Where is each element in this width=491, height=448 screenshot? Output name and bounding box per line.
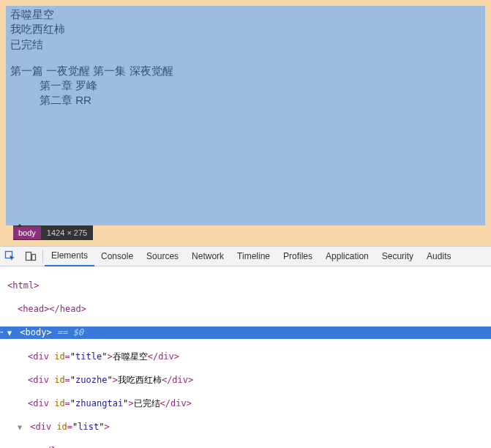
toolbar-separator (42, 250, 43, 263)
tab-console[interactable]: Console (94, 246, 140, 266)
dom-node-div-zhuangtai[interactable]: <div id="zhuangtai">已完结</div> (0, 397, 491, 409)
tooltip-dimensions: 1424 × 275 (41, 226, 93, 239)
dom-node-div-list-open[interactable]: ▼ <div id="list"> (0, 421, 491, 433)
preview-section-heading: 第一篇 一夜觉醒 第一集 深夜觉醒 (10, 64, 481, 78)
dom-node-dl-open[interactable]: ▼ <dl> (0, 445, 491, 448)
elements-dom-tree[interactable]: <html> <head></head> ▼ <body> == $0 <div… (0, 266, 491, 448)
inspect-element-icon[interactable] (0, 246, 20, 266)
dom-node-div-zuozhe[interactable]: <div id="zuozhe">我吃西红柿</div> (0, 374, 491, 386)
tab-elements[interactable]: Elements (45, 246, 94, 266)
preview-title: 吞噬星空 (10, 7, 481, 22)
expand-arrow-icon[interactable]: ▼ (18, 422, 25, 433)
tab-network[interactable]: Network (185, 246, 230, 266)
tab-audits[interactable]: Audits (420, 246, 457, 266)
page-preview-wrapper: 吞噬星空 我吃西红柿 已完结 第一篇 一夜觉醒 第一集 深夜觉醒 第一章 罗峰 … (0, 0, 491, 246)
dom-node-div-title[interactable]: <div id="title">吞噬星空</div> (0, 351, 491, 362)
element-size-tooltip: body 1424 × 275 (6, 225, 485, 246)
tab-sources[interactable]: Sources (140, 246, 185, 266)
svg-rect-2 (32, 255, 36, 261)
preview-chapter-1: 第一章 罗峰 (10, 78, 481, 93)
tab-timeline[interactable]: Timeline (230, 246, 277, 266)
preview-status: 已完结 (10, 37, 481, 52)
tooltip-tag-name: body (13, 226, 41, 239)
tab-application[interactable]: Application (319, 246, 375, 266)
page-preview-body[interactable]: 吞噬星空 我吃西红柿 已完结 第一篇 一夜觉醒 第一集 深夜觉醒 第一章 罗峰 … (6, 6, 485, 225)
dom-node-html-open[interactable]: <html> (0, 280, 491, 291)
dom-node-body-open[interactable]: ▼ <body> == $0 (0, 326, 491, 339)
devtools-toolbar: Elements Console Sources Network Timelin… (0, 246, 491, 266)
tab-security[interactable]: Security (375, 246, 420, 266)
preview-chapter-2: 第二章 RR (10, 93, 481, 108)
tab-profiles[interactable]: Profiles (277, 246, 319, 266)
device-toolbar-icon[interactable] (20, 246, 41, 266)
svg-rect-1 (26, 253, 31, 261)
expand-arrow-icon[interactable]: ▼ (7, 327, 15, 339)
preview-author: 我吃西红柿 (10, 22, 481, 37)
dom-node-head[interactable]: <head></head> (0, 303, 491, 315)
